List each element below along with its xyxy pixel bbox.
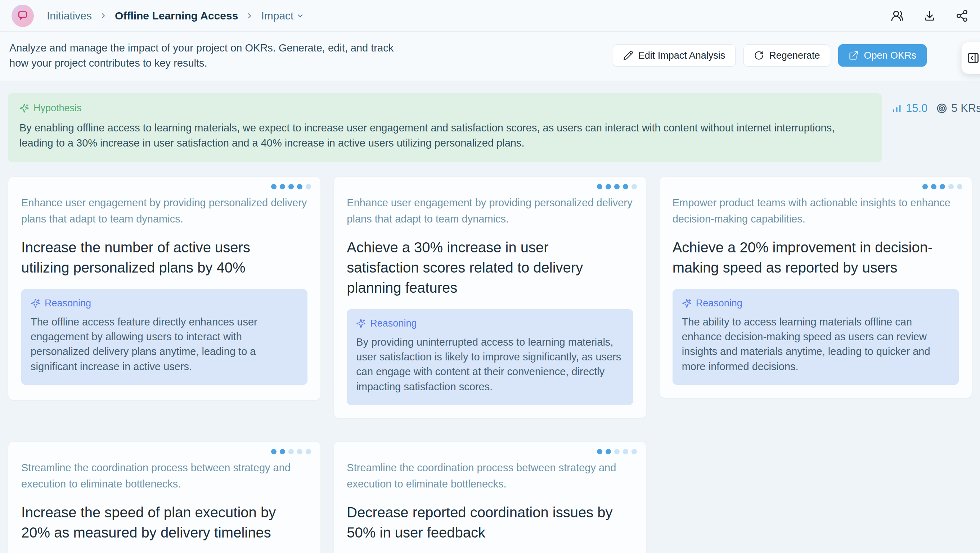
breadcrumb: Initiatives Offline Learning Access Impa… bbox=[47, 10, 304, 22]
chevron-right-icon bbox=[99, 11, 108, 20]
kr-card-grid: Enhance user engagement by providing per… bbox=[8, 176, 972, 553]
progress-dots bbox=[597, 449, 637, 454]
external-link-icon bbox=[849, 51, 859, 60]
progress-dot bbox=[614, 449, 620, 454]
progress-dot bbox=[632, 449, 637, 454]
kr-title: Increase the speed of plan execution by … bbox=[21, 502, 295, 543]
kr-title: Decrease reported coordination issues by… bbox=[347, 502, 620, 543]
reasoning-header: Reasoning bbox=[30, 298, 298, 309]
objective-text: Streamline the coordination process betw… bbox=[347, 460, 633, 492]
sparkles-icon bbox=[356, 319, 366, 328]
share-button[interactable] bbox=[956, 10, 969, 22]
members-button[interactable] bbox=[891, 10, 904, 22]
edit-impact-analysis-label: Edit Impact Analysis bbox=[638, 50, 725, 61]
topbar-actions bbox=[891, 10, 969, 22]
progress-dot bbox=[957, 184, 963, 189]
kr-card: Streamline the coordination process betw… bbox=[8, 442, 321, 553]
progress-dot bbox=[297, 449, 302, 454]
progress-dot bbox=[288, 449, 294, 454]
progress-dot bbox=[280, 184, 285, 189]
kr-title: Increase the number of active users util… bbox=[21, 237, 295, 278]
progress-dot bbox=[948, 184, 954, 189]
objective-text: Empower product teams with actionable in… bbox=[673, 195, 959, 227]
breadcrumb-project[interactable]: Offline Learning Access bbox=[115, 10, 238, 22]
open-okrs-button[interactable]: Open OKRs bbox=[838, 44, 927, 67]
sparkles-icon bbox=[30, 299, 40, 308]
bar-chart-icon bbox=[891, 103, 902, 114]
header-actions: Edit Impact Analysis Regenerate Open OKR… bbox=[613, 44, 969, 67]
pencil-icon bbox=[623, 51, 633, 60]
chat-bubble-icon bbox=[17, 10, 29, 22]
hypothesis-stats: 15.0 5 KRs bbox=[882, 102, 972, 115]
kr-card: Streamline the coordination process betw… bbox=[333, 442, 646, 553]
top-bar: Initiatives Offline Learning Access Impa… bbox=[0, 0, 980, 32]
objective-text: Streamline the coordination process betw… bbox=[21, 460, 307, 492]
progress-dot bbox=[597, 184, 602, 189]
progress-dot bbox=[597, 449, 602, 454]
progress-dot bbox=[623, 449, 628, 454]
caret-down-icon bbox=[296, 12, 304, 20]
reasoning-header: Reasoning bbox=[682, 298, 950, 309]
progress-dot bbox=[623, 184, 628, 189]
hypothesis-header: Hypothesis bbox=[19, 103, 870, 114]
reasoning-label: Reasoning bbox=[696, 298, 742, 309]
edit-impact-analysis-button[interactable]: Edit Impact Analysis bbox=[613, 44, 736, 67]
reasoning-label: Reasoning bbox=[45, 298, 91, 309]
progress-dot bbox=[288, 184, 294, 189]
progress-dot bbox=[931, 184, 936, 189]
progress-dots bbox=[271, 184, 311, 189]
reasoning-text: By providing uninterrupted access to lea… bbox=[356, 335, 624, 394]
progress-dot bbox=[271, 184, 277, 189]
objective-text: Enhance user engagement by providing per… bbox=[347, 195, 633, 227]
breadcrumb-initiatives[interactable]: Initiatives bbox=[47, 10, 92, 22]
kr-card: Enhance user engagement by providing per… bbox=[333, 176, 646, 418]
collapse-panel-button[interactable] bbox=[961, 42, 980, 74]
kr-title: Achieve a 20% improvement in decision-ma… bbox=[673, 237, 946, 278]
hypothesis-section: Hypothesis By enabling offline access to… bbox=[8, 93, 972, 162]
impact-score: 15.0 bbox=[906, 102, 928, 115]
reasoning-text: The offline access feature directly enha… bbox=[30, 315, 298, 374]
page-header: Analyze and manage the impact of your pr… bbox=[0, 32, 980, 81]
progress-dot bbox=[923, 184, 928, 189]
refresh-icon bbox=[754, 51, 764, 60]
hypothesis-text: By enabling offline access to learning m… bbox=[19, 120, 858, 151]
breadcrumb-impact-label: Impact bbox=[261, 10, 293, 22]
progress-dot bbox=[632, 184, 637, 189]
regenerate-label: Regenerate bbox=[769, 50, 820, 61]
open-okrs-label: Open OKRs bbox=[864, 50, 916, 61]
progress-dot bbox=[305, 184, 311, 189]
kr-card: Empower product teams with actionable in… bbox=[659, 176, 972, 398]
reasoning-text: The ability to access learning materials… bbox=[682, 315, 950, 374]
progress-dot bbox=[271, 449, 277, 454]
target-icon bbox=[936, 103, 948, 114]
progress-dot bbox=[305, 449, 311, 454]
reasoning-box: Reasoning The offline access feature dir… bbox=[21, 289, 307, 385]
panel-collapse-icon bbox=[967, 51, 980, 64]
users-icon bbox=[891, 10, 904, 22]
app-logo[interactable] bbox=[11, 5, 34, 27]
kr-card: Enhance user engagement by providing per… bbox=[8, 176, 321, 400]
kr-title: Achieve a 30% increase in user satisfact… bbox=[347, 237, 620, 298]
regenerate-button[interactable]: Regenerate bbox=[743, 44, 830, 67]
kr-count: 5 KRs bbox=[951, 102, 980, 115]
progress-dot bbox=[614, 184, 620, 189]
sparkles-icon bbox=[682, 299, 692, 308]
reasoning-box: Reasoning The ability to access learning… bbox=[673, 289, 959, 385]
progress-dots bbox=[271, 449, 311, 454]
download-button[interactable] bbox=[923, 10, 936, 22]
progress-dot bbox=[606, 184, 611, 189]
progress-dot bbox=[940, 184, 945, 189]
reasoning-label: Reasoning bbox=[370, 318, 417, 329]
hypothesis-box: Hypothesis By enabling offline access to… bbox=[8, 93, 882, 162]
progress-dots bbox=[923, 184, 963, 189]
objective-text: Enhance user engagement by providing per… bbox=[21, 195, 307, 227]
download-icon bbox=[923, 10, 936, 22]
breadcrumb-impact-dropdown[interactable]: Impact bbox=[261, 10, 304, 22]
progress-dots bbox=[597, 184, 637, 189]
progress-dot bbox=[297, 184, 302, 189]
chevron-right-icon bbox=[245, 11, 254, 20]
sparkles-icon bbox=[19, 103, 29, 113]
progress-dot bbox=[606, 449, 611, 454]
reasoning-header: Reasoning bbox=[356, 318, 624, 329]
reasoning-box: Reasoning By providing uninterrupted acc… bbox=[347, 309, 633, 405]
